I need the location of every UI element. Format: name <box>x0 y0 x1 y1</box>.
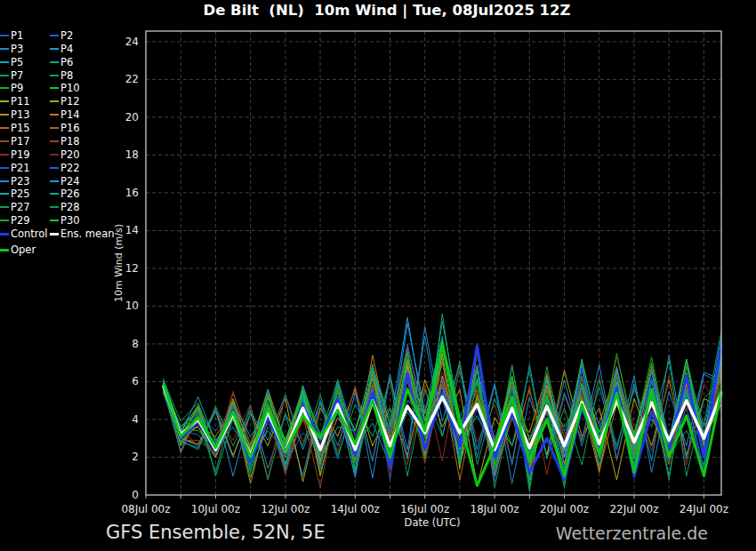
y-tick-label: 2 <box>101 451 139 463</box>
x-tick-label: 24Jul 00z <box>666 503 741 515</box>
y-tick-label: 20 <box>101 111 139 124</box>
x-axis-label: Date (UTC) <box>405 516 461 529</box>
y-tick-label: 4 <box>101 413 139 426</box>
x-tick-label: 12Jul 00z <box>248 503 323 515</box>
x-tick-label: 16Jul 00z <box>388 503 462 515</box>
y-tick-label: 18 <box>101 148 139 161</box>
footer-left-text: GFS Ensemble, 52N, 5E <box>106 522 326 543</box>
x-tick-label: 10Jul 00z <box>178 503 253 515</box>
y-tick-label: 24 <box>101 36 139 48</box>
x-tick-label: 22Jul 00z <box>597 503 672 515</box>
x-tick-label: 14Jul 00z <box>318 503 392 515</box>
y-tick-label: 0 <box>101 489 139 501</box>
x-tick-label: 20Jul 00z <box>527 503 602 515</box>
y-tick-label: 16 <box>101 187 139 199</box>
y-axis-label: 10m Wind (m/s) <box>113 224 125 302</box>
y-tick-label: 22 <box>101 73 139 85</box>
x-tick-label: 18Jul 00z <box>457 503 532 515</box>
x-tick-label: 08Jul 00z <box>109 503 183 515</box>
y-tick-label: 6 <box>101 375 139 387</box>
y-tick-label: 8 <box>101 338 139 350</box>
footer-right-text: Wetterzentrale.de <box>556 523 708 543</box>
